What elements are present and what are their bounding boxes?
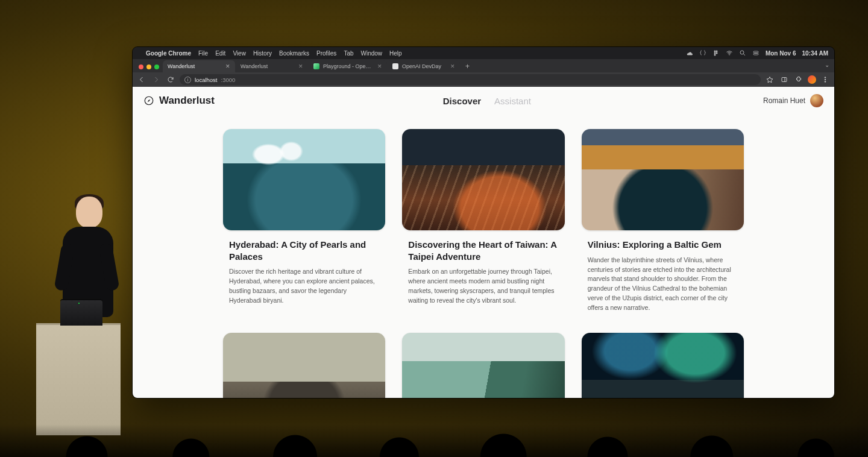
menubar-control-center-icon[interactable] <box>752 49 760 57</box>
tabstrip-overflow-icon[interactable]: ⌄ <box>825 61 829 68</box>
side-panel-icon[interactable] <box>779 74 790 85</box>
extensions-icon[interactable] <box>793 74 804 85</box>
destination-card[interactable]: Vilnius: Exploring a Baltic Gem Wander t… <box>582 129 744 312</box>
destination-card[interactable] <box>582 333 744 398</box>
bookmark-star-icon[interactable] <box>764 74 775 85</box>
nav-assistant[interactable]: Assistant <box>494 96 531 106</box>
brand-name: Wanderlust <box>159 95 215 107</box>
menubar-app-name[interactable]: Google Chrome <box>146 50 191 57</box>
menu-bookmarks[interactable]: Bookmarks <box>279 50 309 57</box>
menubar-braces-icon[interactable] <box>699 49 706 57</box>
browser-tab-3[interactable]: OpenAI DevDay ✕ <box>388 60 460 72</box>
address-bar[interactable]: i localhost:3000 <box>180 74 761 85</box>
brand[interactable]: Wanderlust <box>143 95 215 107</box>
svg-marker-10 <box>767 77 773 83</box>
tab-close-icon[interactable]: ✕ <box>298 63 303 69</box>
new-tab-button[interactable]: + <box>461 62 474 72</box>
svg-marker-17 <box>148 99 151 102</box>
profile-avatar-icon[interactable] <box>808 75 816 84</box>
presentation-screen: Google Chrome File Edit View History Boo… <box>133 47 834 398</box>
tab-title: OpenAI DevDay <box>402 63 447 69</box>
menubar-search-icon[interactable] <box>739 49 746 57</box>
svg-point-1 <box>715 51 717 52</box>
menubar-date[interactable]: Mon Nov 6 <box>766 50 796 57</box>
browser-tabstrip: Wanderlust ✕ Wanderlust ✕ Playground - O… <box>133 59 834 72</box>
tab-close-icon[interactable]: ✕ <box>450 63 455 69</box>
address-host: localhost <box>195 77 218 83</box>
card-description: Embark on an unforgettable journey throu… <box>408 267 558 305</box>
site-info-icon[interactable]: i <box>184 77 191 83</box>
nav-back-button[interactable] <box>136 74 147 85</box>
svg-point-3 <box>715 52 717 54</box>
card-image <box>223 333 385 398</box>
menu-profiles[interactable]: Profiles <box>316 50 336 57</box>
card-image <box>582 333 744 398</box>
menu-file[interactable]: File <box>198 50 208 57</box>
destination-card[interactable] <box>402 333 564 398</box>
svg-line-7 <box>743 54 745 56</box>
svg-point-6 <box>740 51 744 54</box>
nav-forward-button[interactable] <box>151 74 162 85</box>
destination-card[interactable]: Hyderabad: A City of Pearls and Palaces … <box>223 129 385 312</box>
page-viewport: Wanderlust Discover Assistant Romain Hue… <box>133 87 834 398</box>
card-title: Hyderabad: A City of Pearls and Palaces <box>229 239 379 262</box>
tab-title: Playground - OpenAI API <box>323 63 374 69</box>
primary-nav: Discover Assistant <box>443 96 531 106</box>
cards-grid: Hyderabad: A City of Pearls and Palaces … <box>223 129 744 398</box>
content-area: Hyderabad: A City of Pearls and Palaces … <box>133 115 834 398</box>
card-image <box>223 129 385 230</box>
svg-point-15 <box>825 81 826 83</box>
svg-rect-8 <box>753 51 758 53</box>
menu-edit[interactable]: Edit <box>215 50 225 57</box>
window-close-icon[interactable] <box>139 65 143 69</box>
window-maximize-icon[interactable] <box>154 65 159 69</box>
menubar-wifi-icon[interactable] <box>726 49 733 57</box>
menu-view[interactable]: View <box>233 50 246 57</box>
card-image <box>402 333 564 398</box>
presenter-laptop <box>60 300 102 326</box>
svg-point-0 <box>714 51 715 52</box>
tab-favicon-icon <box>392 63 398 69</box>
card-title: Vilnius: Exploring a Baltic Gem <box>588 239 738 251</box>
menu-tab[interactable]: Tab <box>344 50 353 57</box>
chrome-menu-icon[interactable] <box>820 74 831 85</box>
svg-point-13 <box>825 77 826 78</box>
card-title: Discovering the Heart of Taiwan: A Taipe… <box>408 239 558 262</box>
mac-menubar: Google Chrome File Edit View History Boo… <box>133 47 834 59</box>
svg-point-14 <box>825 79 826 80</box>
tab-title: Wanderlust <box>168 63 222 69</box>
card-image <box>402 129 564 230</box>
browser-tab-2[interactable]: Playground - OpenAI API ✕ <box>309 60 387 72</box>
svg-point-5 <box>729 54 729 55</box>
browser-tab-0[interactable]: Wanderlust ✕ <box>163 60 235 72</box>
tab-close-icon[interactable]: ✕ <box>225 63 230 69</box>
menu-window[interactable]: Window <box>361 50 383 57</box>
menubar-figma-icon[interactable] <box>712 49 720 57</box>
user-avatar-icon[interactable] <box>810 94 823 107</box>
svg-point-4 <box>714 54 715 56</box>
audience-silhouettes <box>0 403 868 457</box>
window-controls[interactable] <box>139 65 159 69</box>
menu-help[interactable]: Help <box>389 50 402 57</box>
card-image <box>582 129 744 230</box>
tab-title: Wanderlust <box>241 63 295 69</box>
menu-history[interactable]: History <box>253 50 272 57</box>
svg-rect-11 <box>782 78 787 82</box>
destination-card[interactable]: Discovering the Heart of Taiwan: A Taipe… <box>402 129 564 312</box>
destination-card[interactable] <box>223 333 385 398</box>
compass-icon <box>143 95 154 106</box>
card-description: Wander the labyrinthine streets of Vilni… <box>588 256 738 313</box>
browser-toolbar: i localhost:3000 <box>133 72 834 87</box>
window-minimize-icon[interactable] <box>146 65 151 69</box>
svg-rect-9 <box>753 54 758 55</box>
site-header: Wanderlust Discover Assistant Romain Hue… <box>133 87 834 115</box>
user-area[interactable]: Romain Huet <box>763 94 823 107</box>
browser-tab-1[interactable]: Wanderlust ✕ <box>236 60 308 72</box>
menubar-time[interactable]: 10:34 AM <box>802 50 828 57</box>
tab-favicon-icon <box>313 63 319 69</box>
nav-discover[interactable]: Discover <box>443 96 481 106</box>
address-path: :3000 <box>221 77 236 83</box>
nav-reload-button[interactable] <box>165 74 176 85</box>
menubar-cloud-icon[interactable] <box>686 49 693 57</box>
tab-close-icon[interactable]: ✕ <box>377 63 382 69</box>
